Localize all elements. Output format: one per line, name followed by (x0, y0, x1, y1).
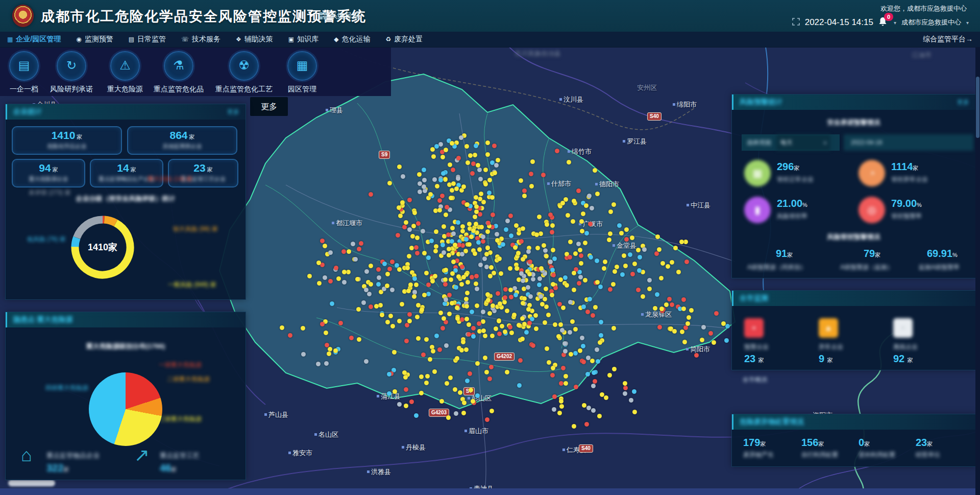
subnav-item-key-chemicals[interactable]: ⚗ 重点监管危化品 (148, 51, 209, 94)
chevron-down-icon[interactable]: ▾ (894, 20, 896, 26)
panel-city-monitoring: 全市监测 ▪ 预警企业 23 家 ▲ 异常企业 9 家 ▫ 离线企业 92 家 (731, 290, 976, 370)
stat-value: 91家 (776, 248, 793, 260)
stat-label: 管控异常企业 (891, 175, 928, 184)
subnav-label: 风险研判承诺 (41, 85, 102, 94)
notification-bell[interactable]: 0 (878, 17, 889, 28)
vertical-scrollbar[interactable] (975, 47, 980, 495)
subnav-item-risk-commitment[interactable]: ↻ 风险研判承诺 (41, 51, 102, 94)
mini-stat-label: 重点监管物品企业 (46, 451, 100, 460)
bell-icon: ◉ (76, 36, 81, 43)
panel-title: 全市监测 (740, 294, 768, 303)
period-label: 选择周期 (742, 138, 776, 147)
subnav-label: 园区管理 (272, 85, 333, 94)
stat-label: 监测A级预警率 (919, 263, 960, 272)
donut-center-label: 1410家 (68, 213, 137, 282)
stat-box-major-hazard[interactable]: 94家 重大危险源企业 (12, 159, 85, 187)
more-link[interactable]: 更多 (957, 98, 969, 107)
grid-icon (320, 12, 327, 21)
app-title: 成都市化工危险化学品安全风险管控监测预警系统 (41, 7, 366, 26)
mini-stat-value: 322家 (46, 462, 69, 474)
map-city-label: 芦山县 (264, 410, 288, 419)
map-city-label: 丹棱县 (402, 443, 426, 452)
stat-value: 23 (193, 162, 205, 174)
donut-legend-item: 一般风险 (949) 家 (168, 280, 216, 289)
trend-arrow-icon: ↗ (134, 446, 150, 464)
nav-item-hazmat-transport[interactable]: ◆危化运输 (334, 35, 370, 44)
stat-value: 1114家 (891, 161, 918, 173)
system-nav-button[interactable]: 系统导航 (320, 11, 360, 21)
map-city-label: 蒲江县 (377, 392, 401, 401)
subnav-item-key-process[interactable]: ☢ 重点监管危化工艺 (213, 51, 275, 94)
nav-label: 废弃处置 (394, 35, 423, 44)
subnav-item-park-management[interactable]: ▦ 园区管理 (272, 51, 333, 94)
notification-badge: 0 (884, 13, 893, 21)
building-icon: ▦ (287, 51, 317, 81)
stat-box-other-enterprises[interactable]: 864家 其他监测类企业 (127, 126, 237, 155)
map-city-label: 龙泉驿区 (641, 310, 672, 319)
monitor-value: 92 家 (893, 353, 913, 365)
stat-label: 危险化学品企业 (13, 143, 121, 150)
pie-legend-item: 四级重大危险源 (45, 384, 88, 392)
more-link[interactable]: 更多 (227, 108, 239, 116)
road-badge: S9 (379, 151, 390, 159)
truck-icon: ◆ (334, 36, 338, 43)
nav-item-monitor-warning[interactable]: ◉监测预警 (76, 35, 113, 44)
subnav-label: 重点监管危化工艺 (213, 85, 275, 94)
monitor-label: 离线企业 (893, 343, 918, 351)
monitor-value: 23 家 (744, 353, 764, 365)
map-city-label: 理县 (326, 106, 343, 115)
hazard-level-pie-chart (89, 372, 162, 446)
nav-item-waste-disposal[interactable]: ♻废弃处置 (385, 35, 423, 44)
stat-label: 重大危险源企业 (13, 175, 84, 183)
fullscreen-icon[interactable] (792, 18, 800, 28)
period-select[interactable]: 每天▾ (776, 134, 830, 151)
building-icon: ▦ (7, 36, 13, 43)
road-badge: S40 (647, 112, 662, 121)
map-city-label: 眉山市 (464, 427, 488, 436)
pie-legend-item: 三级重大危险源 (159, 415, 202, 423)
nav-item-decision-support[interactable]: ❖辅助决策 (236, 35, 273, 44)
panel-title: 风险预警统计 (740, 98, 782, 107)
chevron-down-icon[interactable]: ▾ (966, 20, 969, 26)
nav-label: 辅助决策 (244, 35, 273, 44)
map-city-label: 广汉市 (579, 220, 603, 229)
waste-label: 委外利用处置 (859, 451, 895, 459)
pie-legend-item: 一级重大危险源 (159, 361, 202, 369)
header-controls: 2022-04-15 14:15 0 ▾ 成都市应急救援中心 ▾ (792, 17, 969, 28)
nav-item-knowledge-base[interactable]: ▣知识库 (288, 35, 318, 44)
map-city-label: 名山区 (314, 430, 338, 439)
nav-label: 技术服务 (192, 35, 220, 44)
map-city-label: 简阳市 (686, 345, 710, 354)
nav-label: 企业/园区管理 (16, 35, 61, 44)
panel-title: 企业统计 (13, 107, 42, 116)
map-more-button[interactable]: 更多 (250, 97, 288, 116)
monitor-value: 9 家 (819, 353, 833, 365)
nav-item-enterprise[interactable]: ▦企业/园区管理 (7, 35, 61, 44)
offline-square-icon: ▫ (893, 318, 913, 338)
stat-value: 21.00% (777, 198, 807, 209)
org-selector[interactable]: 成都市应急救援中心 (901, 18, 961, 27)
nav-label: 监测预警 (85, 35, 113, 44)
barchart-stat-icon: ▮ (744, 197, 771, 223)
road-badge: S7 (463, 387, 475, 395)
nav-item-tech-service[interactable]: ☏技术服务 (181, 35, 220, 44)
scrollbar-thumb[interactable] (976, 77, 979, 138)
stat-label: 管控预警率 (891, 212, 922, 221)
date-picker[interactable]: 2022-04-16 (844, 134, 973, 151)
flask-icon: ⚗ (164, 51, 193, 81)
nav-item-daily-supervision[interactable]: ▤日常监管 (129, 35, 166, 44)
stat-value: 1410 (52, 129, 76, 141)
subnav-item-major-hazard[interactable]: ⚠ 重大危险源 (94, 51, 156, 94)
waste-label: 经营单位 (916, 451, 940, 459)
dashboard: 金川县汶川县理县北川羌族自治县江油市安州区绵阳市绵竹市罗江县什邡市德阳市中江县广… (0, 0, 980, 495)
stat-box-chem-enterprises[interactable]: 1410家 危险化学品企业 (12, 126, 122, 155)
integrated-platform-link[interactable]: 综合监管平台→ (923, 35, 973, 44)
donut-legend-item: 较大风险 (98) 家 (173, 225, 218, 233)
abnormal-square-icon: ▲ (819, 318, 838, 338)
map-city-label: 罗江县 (623, 137, 647, 146)
app-header: 成都市化工危险化学品安全风险管控监测预警系统 系统导航 欢迎您，成都市应急救援中… (0, 0, 980, 32)
warning-triangle-icon: ⚠ (110, 51, 140, 81)
monitor-label: 预警企业 (744, 343, 769, 351)
stat-value: 94 (39, 162, 51, 174)
waste-label: 自行利用处置 (801, 451, 838, 459)
